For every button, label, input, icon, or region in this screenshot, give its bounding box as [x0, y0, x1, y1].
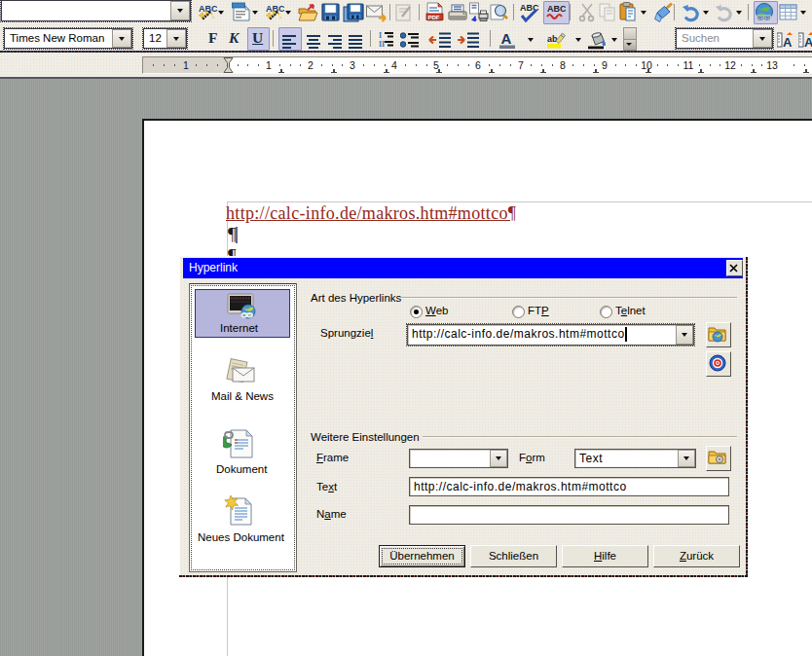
svg-text:ABC: ABC [547, 4, 566, 14]
svg-text:A: A [501, 30, 512, 47]
svg-text:ab: ab [547, 34, 558, 44]
svg-text:I: I [379, 31, 382, 40]
svg-text:A: A [804, 35, 812, 50]
svg-text:II: II [379, 40, 385, 49]
svg-text:PDF: PDF [428, 15, 440, 20]
svg-text:A: A [783, 35, 793, 50]
